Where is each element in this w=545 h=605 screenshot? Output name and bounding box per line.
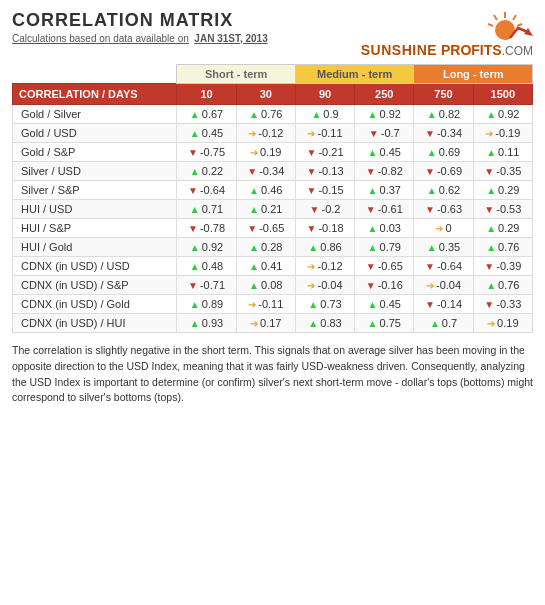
main-container: CORRELATION MATRIX Calculations based on… <box>0 0 545 418</box>
cell-number: 0.41 <box>261 260 282 272</box>
cell-value: ▲0.7 <box>414 314 473 333</box>
cell-number: -0.63 <box>437 203 462 215</box>
direction-arrow: ➔ <box>307 280 315 291</box>
cell-number: 0.69 <box>439 146 460 158</box>
direction-arrow: ▼ <box>307 185 317 196</box>
cell-value: ▲0.37 <box>355 181 414 200</box>
cell-value: ▼-0.33 <box>473 295 532 314</box>
cell-value: ▼-0.15 <box>295 181 354 200</box>
cell-number: -0.53 <box>496 203 521 215</box>
cell-number: 0.92 <box>380 108 401 120</box>
table-row: Gold / USD▲0.45➔-0.12➔-0.11▼-0.7▼-0.34➔-… <box>13 124 533 143</box>
table-row: HUI / S&P▼-0.78▼-0.65▼-0.18▲0.03➔0▲0.29 <box>13 219 533 238</box>
direction-arrow: ▲ <box>486 280 496 291</box>
cell-number: -0.14 <box>437 298 462 310</box>
footer-text: The correlation is slightly negative in … <box>12 343 533 406</box>
cell-number: -0.69 <box>437 165 462 177</box>
cell-number: 0.62 <box>439 184 460 196</box>
direction-arrow: ▲ <box>249 280 259 291</box>
row-label: CDNX (in USD) / S&P <box>13 276 177 295</box>
col-90: 90 <box>295 84 354 105</box>
cell-number: 0.83 <box>320 317 341 329</box>
col-750: 750 <box>414 84 473 105</box>
cell-number: 0.9 <box>323 108 338 120</box>
cell-number: 0.71 <box>202 203 223 215</box>
direction-arrow: ▼ <box>425 204 435 215</box>
row-label: Gold / Silver <box>13 105 177 124</box>
cell-value: ▲0.03 <box>355 219 414 238</box>
cell-number: 0.03 <box>380 222 401 234</box>
cell-value: ▼-0.21 <box>295 143 354 162</box>
cell-number: 0.28 <box>261 241 282 253</box>
cell-number: 0.35 <box>439 241 460 253</box>
cell-value: ▼-0.14 <box>414 295 473 314</box>
cell-value: ➔-0.19 <box>473 124 532 143</box>
direction-arrow: ➔ <box>485 128 493 139</box>
cell-value: ▲0.73 <box>295 295 354 314</box>
direction-arrow: ▼ <box>484 261 494 272</box>
direction-arrow: ▲ <box>190 242 200 253</box>
direction-arrow: ▲ <box>190 299 200 310</box>
direction-arrow: ▼ <box>188 185 198 196</box>
cell-number: -0.33 <box>496 298 521 310</box>
table-row: Gold / Silver▲0.67▲0.76▲0.9▲0.92▲0.82▲0.… <box>13 105 533 124</box>
cell-value: ▲0.62 <box>414 181 473 200</box>
cell-value: ➔0.19 <box>473 314 532 333</box>
subtitle: Calculations based on data available on … <box>12 33 268 44</box>
direction-arrow: ▼ <box>425 299 435 310</box>
cell-number: -0.16 <box>378 279 403 291</box>
direction-arrow: ▲ <box>190 128 200 139</box>
cell-number: 0.37 <box>380 184 401 196</box>
cell-value: ▲0.86 <box>295 238 354 257</box>
page-title: CORRELATION MATRIX <box>12 10 268 31</box>
direction-arrow: ▼ <box>425 261 435 272</box>
cell-number: -0.34 <box>437 127 462 139</box>
direction-arrow: ▲ <box>427 242 437 253</box>
direction-arrow: ▼ <box>425 166 435 177</box>
cell-number: -0.64 <box>200 184 225 196</box>
direction-arrow: ▲ <box>308 318 318 329</box>
direction-arrow: ▼ <box>188 147 198 158</box>
svg-line-1 <box>513 15 516 20</box>
group-empty <box>13 65 177 84</box>
direction-arrow: ▼ <box>484 166 494 177</box>
logo-text: SUNSHINE PROFITS .COM <box>361 42 533 58</box>
direction-arrow: ▲ <box>308 242 318 253</box>
col-corr-label: CORRELATION / DAYS <box>13 84 177 105</box>
col-30: 30 <box>236 84 295 105</box>
cell-value: ▼-0.64 <box>414 257 473 276</box>
cell-number: -0.71 <box>200 279 225 291</box>
direction-arrow: ▲ <box>190 109 200 120</box>
direction-arrow: ➔ <box>248 128 256 139</box>
col-header-row: CORRELATION / DAYS 10 30 90 250 750 1500 <box>13 84 533 105</box>
cell-number: 0.76 <box>261 108 282 120</box>
row-label: HUI / USD <box>13 200 177 219</box>
cell-number: -0.2 <box>322 203 341 215</box>
cell-number: -0.65 <box>378 260 403 272</box>
cell-number: -0.35 <box>496 165 521 177</box>
direction-arrow: ▼ <box>188 223 198 234</box>
cell-number: -0.75 <box>200 146 225 158</box>
cell-number: -0.78 <box>200 222 225 234</box>
cell-value: ▲0.76 <box>236 105 295 124</box>
cell-value: ▼-0.61 <box>355 200 414 219</box>
cell-value: ▼-0.13 <box>295 162 354 181</box>
row-label: CDNX (in USD) / HUI <box>13 314 177 333</box>
direction-arrow: ▲ <box>368 185 378 196</box>
group-short: Short - term <box>177 65 296 84</box>
cell-value: ▲0.76 <box>473 238 532 257</box>
cell-number: -0.65 <box>259 222 284 234</box>
direction-arrow: ▲ <box>308 299 318 310</box>
cell-value: ➔-0.04 <box>414 276 473 295</box>
direction-arrow: ▲ <box>427 185 437 196</box>
svg-line-4 <box>488 24 493 26</box>
cell-value: ▼-0.65 <box>236 219 295 238</box>
row-label: Gold / S&P <box>13 143 177 162</box>
row-label: Gold / USD <box>13 124 177 143</box>
cell-value: ▲0.76 <box>473 276 532 295</box>
cell-value: ▲0.82 <box>414 105 473 124</box>
direction-arrow: ▼ <box>366 204 376 215</box>
cell-number: 0.29 <box>498 184 519 196</box>
logo: SUNSHINE PROFITS .COM <box>361 10 533 58</box>
cell-number: 0.67 <box>202 108 223 120</box>
